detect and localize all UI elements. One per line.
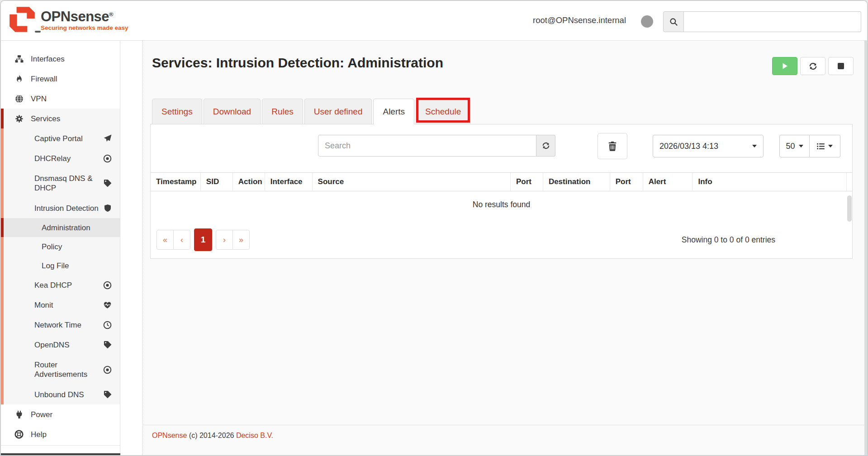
column-header-timestamp[interactable]: Timestamp [151, 173, 201, 191]
delete-alerts-button[interactable] [598, 133, 627, 159]
logged-in-user[interactable]: root@OPNsense.internal [533, 15, 626, 25]
opnsense-logo-icon [7, 5, 37, 34]
restart-service-button[interactable] [800, 57, 825, 75]
sidebar-item-captive-portal[interactable]: Captive Portal [1, 128, 120, 148]
sidebar-item-label: VPN [31, 94, 47, 104]
page-size-value: 50 [786, 142, 795, 151]
column-header-destination[interactable]: Destination [543, 173, 610, 191]
column-header-action[interactable]: Action [233, 173, 265, 191]
header-search-button[interactable] [663, 11, 684, 32]
sidebar-item-label: DHCRelay [34, 154, 71, 163]
tab-alerts[interactable]: Alerts [373, 99, 414, 124]
stop-service-button[interactable] [828, 57, 854, 75]
plug-icon [14, 410, 24, 419]
column-header-info[interactable]: Info [693, 173, 847, 191]
paper-plane-icon [104, 134, 112, 142]
column-header-spacer [847, 173, 852, 191]
footer-opnsense-link[interactable]: OPNsense [152, 432, 187, 439]
sidebar-item-policy[interactable]: Policy [1, 237, 120, 256]
sidebar-item-label: Power [31, 410, 52, 419]
sidebar-item-label: Firewall [31, 74, 57, 84]
sidebar-item-interfaces[interactable]: Interfaces [1, 49, 120, 69]
opnsense-app: OPNsense® Securing networks made easy ro… [0, 0, 868, 456]
sidebar-item-label: Dnsmasq DNS & DHCP [34, 174, 102, 193]
sidebar-item-label: OpenDNS [34, 340, 69, 350]
sidebar-item-intrusion-detection[interactable]: Intrusion Detection [1, 198, 120, 218]
sidebar-item-vpn[interactable]: VPN [1, 89, 120, 109]
sidebar-item-label: Network Time [34, 320, 81, 330]
search-icon [669, 18, 678, 26]
header-search-input[interactable] [684, 11, 861, 32]
sidebar-item-power[interactable]: Power [1, 404, 120, 424]
services-submenu: Captive Portal DHCRelay Dnsmasq DNS & DH… [1, 128, 120, 404]
tag-icon [104, 341, 112, 349]
column-header-sid[interactable]: SID [201, 173, 233, 191]
column-header-source-port[interactable]: Port [511, 173, 543, 191]
tab-download[interactable]: Download [204, 99, 261, 124]
alerts-table-header: Timestamp SID Action Interface Source Po… [151, 172, 852, 191]
pagination: « ‹ 1 › » [157, 230, 250, 251]
sidebar-item-firewall[interactable]: Firewall [1, 69, 120, 89]
sidebar-item-monit[interactable]: Monit [1, 295, 120, 315]
page-size-dropdown[interactable]: 50 [779, 135, 810, 157]
pagination-last-button[interactable]: » [232, 230, 250, 250]
trash-icon [607, 141, 617, 151]
sidebar-item-router-advertisements[interactable]: Router Advertisements [1, 355, 120, 385]
column-select-dropdown[interactable] [810, 135, 840, 157]
refresh-icon [542, 142, 550, 150]
sidebar-item-label: Administration [42, 223, 90, 233]
tab-user-defined[interactable]: User defined [304, 99, 372, 124]
page-size-group: 50 [779, 135, 840, 157]
sidebar-item-label: Router Advertisements [34, 360, 102, 379]
sidebar-item-dnsmasq[interactable]: Dnsmasq DNS & DHCP [1, 168, 120, 198]
pagination-next-button[interactable]: › [216, 230, 233, 250]
content-gutter [121, 41, 142, 455]
stop-icon [838, 63, 844, 69]
sidebar-item-help[interactable]: Help [1, 424, 120, 444]
sidebar-item-administration[interactable]: Administration [1, 218, 120, 237]
tag-icon [104, 390, 112, 399]
bullseye-icon [103, 366, 112, 374]
header-search [663, 11, 861, 32]
tab-settings[interactable]: Settings [152, 99, 202, 124]
gear-icon [14, 114, 24, 123]
registered-mark: ® [109, 11, 113, 18]
alerts-refresh-button[interactable] [536, 135, 555, 157]
pagination-prev-button[interactable]: ‹ [173, 230, 190, 250]
column-header-interface[interactable]: Interface [265, 173, 313, 191]
caret-down-icon [828, 145, 833, 147]
datetime-filter-dropdown[interactable]: 2026/03/13 4:13 [653, 135, 764, 157]
tag-icon [104, 179, 112, 187]
service-action-buttons [772, 57, 854, 75]
start-service-button[interactable] [772, 57, 797, 75]
sidebar-divider [1, 445, 120, 446]
column-header-source[interactable]: Source [313, 173, 511, 191]
alerts-search-input[interactable] [318, 135, 536, 157]
sidebar-item-label: Interfaces [31, 54, 65, 64]
column-header-alert[interactable]: Alert [643, 173, 693, 191]
brand[interactable]: OPNsense® Securing networks made easy [7, 5, 128, 34]
play-icon [781, 62, 788, 70]
list-ul-icon [817, 142, 825, 150]
sidebar-item-dhcrelay[interactable]: DHCRelay [1, 148, 120, 168]
sidebar-item-unbound-dns[interactable]: Unbound DNS [1, 385, 120, 404]
table-scrollbar-thumb[interactable] [847, 195, 852, 222]
sidebar-item-label: Help [31, 430, 47, 439]
sidebar-item-kea-dhcp[interactable]: Kea DHCP [1, 275, 120, 295]
sitemap-icon [14, 55, 24, 63]
sidebar-item-services[interactable]: Services [1, 109, 120, 128]
footer-deciso-link[interactable]: Deciso B.V. [236, 432, 273, 439]
user-menu-circle-icon[interactable] [641, 15, 653, 28]
sidebar: Interfaces Firewall VPN Services Captive… [1, 41, 120, 453]
caret-down-icon [799, 145, 803, 147]
sidebar-item-log-file[interactable]: Log File [1, 256, 120, 275]
tab-rules[interactable]: Rules [262, 99, 303, 124]
pagination-first-button[interactable]: « [157, 230, 174, 250]
column-header-destination-port[interactable]: Port [610, 173, 643, 191]
sidebar-item-network-time[interactable]: Network Time [1, 315, 120, 335]
sidebar-item-opendns[interactable]: OpenDNS [1, 335, 120, 355]
pagination-page-1-button[interactable]: 1 [194, 228, 212, 251]
heartbeat-icon [103, 301, 112, 309]
bullseye-icon [103, 281, 112, 290]
tab-schedule[interactable]: Schedule [416, 99, 470, 124]
